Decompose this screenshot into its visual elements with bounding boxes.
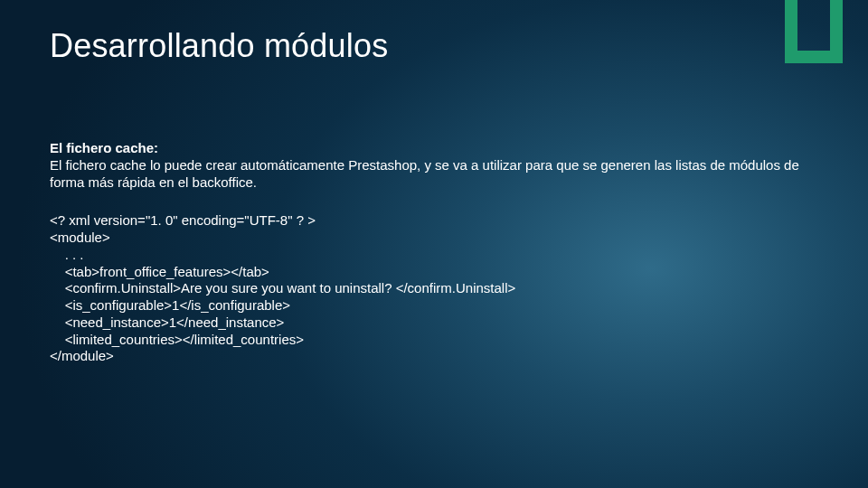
body-description: El fichero cache lo puede crear automáti… (50, 157, 832, 192)
code-snippet: <? xml version="1. 0" encoding="UTF-8" ?… (50, 212, 832, 365)
body-subtitle: El fichero cache: (50, 140, 832, 157)
accent-decoration (785, 0, 843, 63)
slide: Desarrollando módulos El fichero cache: … (0, 0, 868, 488)
slide-body: El fichero cache: El fichero cache lo pu… (50, 140, 832, 365)
slide-title: Desarrollando módulos (50, 27, 388, 65)
